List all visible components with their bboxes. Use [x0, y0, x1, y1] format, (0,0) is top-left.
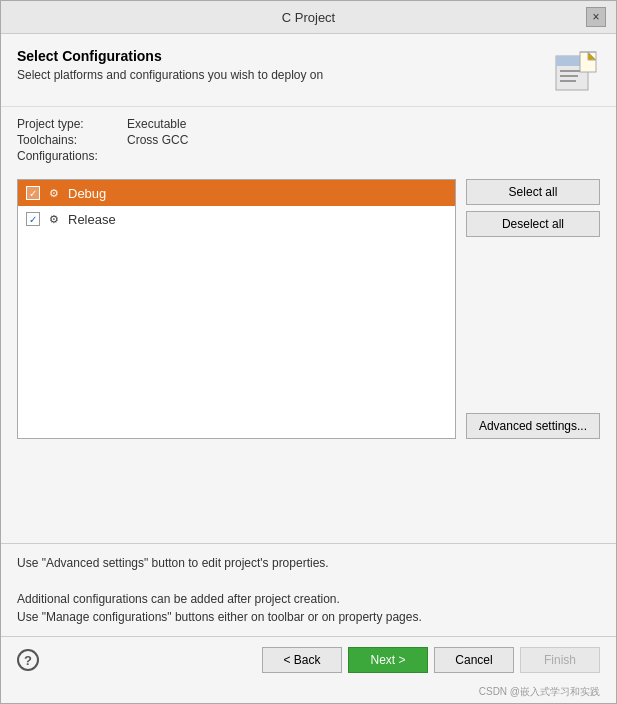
configurations-label: Configurations: — [17, 149, 127, 163]
dialog-title: C Project — [31, 10, 586, 25]
release-icon: ⚙ — [46, 211, 62, 227]
svg-rect-6 — [560, 80, 576, 82]
project-type-label: Project type: — [17, 117, 127, 131]
info-line4: Use "Manage configurations" buttons eith… — [17, 608, 600, 626]
page-subtitle: Select platforms and configurations you … — [17, 68, 323, 82]
config-item-release[interactable]: ✓ ⚙ Release — [18, 206, 455, 232]
configurations-row: Configurations: — [17, 149, 600, 169]
select-all-button[interactable]: Select all — [466, 179, 600, 205]
cancel-button[interactable]: Cancel — [434, 647, 514, 673]
back-button[interactable]: < Back — [262, 647, 342, 673]
project-type-row: Project type: Executable — [17, 117, 600, 131]
page-title: Select Configurations — [17, 48, 323, 64]
toolchains-row: Toolchains: Cross GCC — [17, 133, 600, 147]
deselect-all-button[interactable]: Deselect all — [466, 211, 600, 237]
footer: ? < Back Next > Cancel Finish — [1, 636, 616, 683]
content-area: Project type: Executable Toolchains: Cro… — [1, 107, 616, 543]
release-label: Release — [68, 212, 116, 227]
header-text: Select Configurations Select platforms a… — [17, 48, 323, 82]
advanced-settings-wrapper: Advanced settings... — [466, 413, 600, 439]
config-item-debug[interactable]: ✓ ⚙ Debug — [18, 180, 455, 206]
info-section: Use "Advanced settings" button to edit p… — [1, 543, 616, 636]
release-checkbox[interactable]: ✓ — [26, 212, 40, 226]
debug-label: Debug — [68, 186, 106, 201]
help-button[interactable]: ? — [17, 649, 39, 671]
top-side-buttons: Select all Deselect all — [466, 179, 600, 237]
config-list: ✓ ⚙ Debug ✓ ⚙ Release — [17, 179, 456, 439]
project-type-value: Executable — [127, 117, 186, 131]
footer-left: ? — [17, 649, 39, 671]
project-info: Project type: Executable Toolchains: Cro… — [17, 117, 600, 169]
dialog: C Project × Select Configurations Select… — [0, 0, 617, 704]
next-button[interactable]: Next > — [348, 647, 428, 673]
svg-rect-5 — [560, 75, 578, 77]
advanced-settings-button[interactable]: Advanced settings... — [466, 413, 600, 439]
footer-buttons: < Back Next > Cancel Finish — [262, 647, 600, 673]
side-buttons: Select all Deselect all Advanced setting… — [466, 179, 600, 439]
debug-icon: ⚙ — [46, 185, 62, 201]
debug-checkbox[interactable]: ✓ — [26, 186, 40, 200]
config-area: ✓ ⚙ Debug ✓ ⚙ Release Select all Deselec… — [17, 179, 600, 439]
info-line3: Additional configurations can be added a… — [17, 590, 600, 608]
watermark: CSDN @嵌入式学习和实践 — [1, 683, 616, 703]
title-bar: C Project × — [1, 1, 616, 34]
info-line1: Use "Advanced settings" button to edit p… — [17, 554, 600, 572]
toolchains-label: Toolchains: — [17, 133, 127, 147]
wizard-icon — [552, 48, 600, 96]
close-button[interactable]: × — [586, 7, 606, 27]
header-section: Select Configurations Select platforms a… — [1, 34, 616, 107]
svg-rect-4 — [560, 70, 580, 72]
finish-button: Finish — [520, 647, 600, 673]
toolchains-value: Cross GCC — [127, 133, 188, 147]
